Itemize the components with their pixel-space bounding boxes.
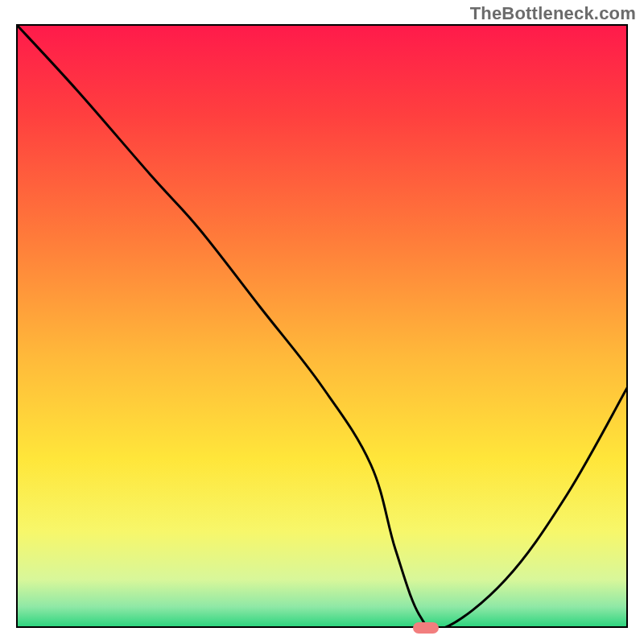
stage: TheBottleneck.com	[0, 0, 644, 644]
watermark-text: TheBottleneck.com	[470, 3, 636, 24]
chart-background	[16, 24, 628, 628]
optimum-marker	[413, 622, 439, 634]
bottleneck-chart	[16, 24, 628, 628]
chart-svg	[16, 24, 628, 628]
